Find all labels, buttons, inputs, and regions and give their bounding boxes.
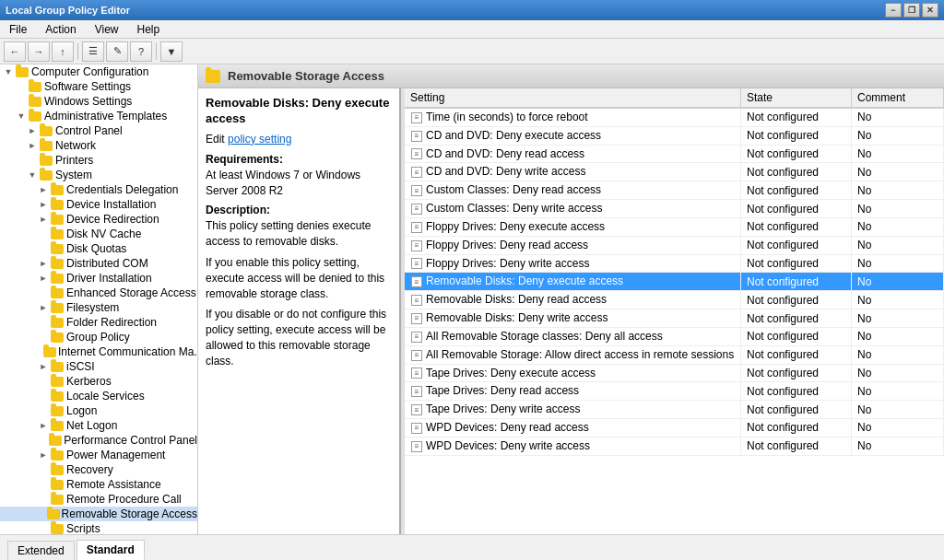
policy-setting-icon: ≡ (410, 312, 423, 325)
tree-item-disk-nv-cache[interactable]: ▶ Disk NV Cache (0, 227, 197, 241)
policy-state-cell: Not configured (741, 236, 852, 254)
table-row[interactable]: ≡Floppy Drives: Deny execute accessNot c… (405, 217, 944, 236)
filter-button[interactable]: ▼ (160, 41, 183, 62)
tree-item-locale-services[interactable]: ▶ Locale Services (0, 389, 197, 403)
tree-item-device-redirection[interactable]: ► Device Redirection (0, 212, 197, 227)
tree-item-distributed-com[interactable]: ► Distributed COM (0, 256, 197, 271)
forward-button[interactable]: → (28, 41, 50, 62)
tree-item-net-logon[interactable]: ► Net Logon (0, 418, 197, 433)
folder-icon-disk-nv-cache (50, 228, 65, 240)
close-button[interactable]: ✕ (922, 3, 938, 18)
col-state[interactable]: State (741, 88, 852, 108)
tree-item-performance-control-panel[interactable]: ▶ Performance Control Panel (0, 433, 197, 448)
minimize-button[interactable]: − (885, 3, 902, 18)
table-row[interactable]: ≡Removable Disks: Deny read accessNot co… (405, 291, 944, 309)
tree-item-enhanced-storage-access[interactable]: ▶ Enhanced Storage Access (0, 286, 197, 300)
tree-item-recovery[interactable]: ▶ Recovery (0, 462, 197, 477)
desc-if-enabled-section: If you enable this policy setting, execu… (206, 255, 392, 301)
tree-item-filesystem[interactable]: ► Filesystem (0, 300, 197, 315)
table-row[interactable]: ≡CD and DVD: Deny write accessNot config… (405, 163, 944, 181)
tree-item-driver-installation[interactable]: ► Driver Installation (0, 271, 197, 286)
label-folder-redirection: Folder Redirection (66, 316, 157, 329)
policy-name-cell: ≡Custom Classes: Deny read access (405, 181, 741, 200)
tab-standard[interactable]: Standard (77, 540, 145, 560)
properties-button[interactable]: ✎ (106, 41, 128, 62)
tree-item-folder-redirection[interactable]: ▶ Folder Redirection (0, 315, 197, 330)
tree-item-logon[interactable]: ▶ Logon (0, 403, 197, 418)
tree-item-removable-storage-access[interactable]: ▶ Removable Storage Access (0, 507, 197, 521)
tree-item-device-installation[interactable]: ► Device Installation (0, 197, 197, 212)
back-button[interactable]: ← (4, 41, 26, 62)
col-comment[interactable]: Comment (852, 88, 944, 108)
tree-item-system[interactable]: ▼ System (0, 168, 197, 182)
label-system: System (55, 169, 92, 181)
table-row[interactable]: ≡Removable Disks: Deny write accessNot c… (405, 309, 944, 328)
table-row[interactable]: ≡Custom Classes: Deny read accessNot con… (405, 181, 944, 200)
arrow-locale-services: ▶ (37, 390, 50, 402)
table-row[interactable]: ≡Tape Drives: Deny execute accessNot con… (405, 364, 944, 382)
policy-name-cell: ≡CD and DVD: Deny execute access (405, 126, 741, 145)
tree-item-disk-quotas[interactable]: ▶ Disk Quotas (0, 241, 197, 256)
desc-if-disabled-text: If you disable or do not configure this … (206, 307, 392, 368)
table-row[interactable]: ≡CD and DVD: Deny execute accessNot conf… (405, 126, 944, 145)
tab-extended[interactable]: Extended (7, 541, 75, 560)
table-row[interactable]: ≡Time (in seconds) to force rebootNot co… (405, 108, 944, 126)
menu-file[interactable]: File (4, 21, 32, 38)
table-row[interactable]: ≡Floppy Drives: Deny write accessNot con… (405, 254, 944, 273)
menu-action[interactable]: Action (40, 21, 81, 38)
desc-edit-link[interactable]: policy setting (228, 133, 291, 146)
table-row[interactable]: ≡WPD Devices: Deny write accessNot confi… (405, 437, 944, 455)
tree-item-network[interactable]: ► Network (0, 138, 197, 153)
tree-item-iscsi[interactable]: ► iSCSI (0, 359, 197, 374)
menu-view[interactable]: View (89, 21, 124, 38)
table-row[interactable]: ≡All Removable Storage classes: Deny all… (405, 327, 944, 345)
tree-item-windows-settings[interactable]: ▶ Windows Settings (0, 94, 197, 109)
arrow-iscsi: ► (37, 360, 50, 373)
tree-item-scripts[interactable]: ▶ Scripts (0, 521, 197, 534)
arrow-disk-quotas: ▶ (37, 242, 50, 255)
tree-item-internet-comm[interactable]: ▶ Internet Communication Ma... (0, 344, 197, 359)
arrow-recovery: ▶ (37, 463, 50, 476)
tree-item-computer-configuration[interactable]: ▼ Computer Configuration (0, 64, 197, 79)
table-row[interactable]: ≡Tape Drives: Deny read accessNot config… (405, 382, 944, 401)
tree-item-printers[interactable]: ▶ Printers (0, 153, 197, 168)
table-row[interactable]: ≡Removable Disks: Deny execute accessNot… (405, 273, 944, 291)
label-disk-quotas: Disk Quotas (66, 242, 126, 255)
policy-state-cell: Not configured (741, 327, 852, 345)
label-power-management: Power Management (66, 449, 165, 461)
label-windows-settings: Windows Settings (44, 95, 132, 108)
tree-item-admin-templates[interactable]: ▼ Administrative Templates (0, 109, 197, 123)
up-button[interactable]: ↑ (52, 41, 74, 62)
tree-item-remote-procedure-call[interactable]: ▶ Remote Procedure Call (0, 492, 197, 507)
label-performance-control-panel: Performance Control Panel (64, 434, 197, 447)
show-hide-button[interactable]: ☰ (82, 41, 104, 62)
folder-icon-remote-assistance (50, 478, 65, 491)
policy-name-cell: ≡CD and DVD: Deny write access (405, 163, 741, 181)
policy-comment-cell: No (852, 236, 944, 254)
table-row[interactable]: ≡Floppy Drives: Deny read accessNot conf… (405, 236, 944, 254)
folder-icon-network (39, 139, 53, 152)
policy-comment-cell: No (852, 163, 944, 181)
table-row[interactable]: ≡CD and DVD: Deny read accessNot configu… (405, 145, 944, 163)
table-row[interactable]: ≡WPD Devices: Deny read accessNot config… (405, 419, 944, 438)
policy-setting-icon: ≡ (410, 294, 423, 307)
restore-button[interactable]: ❐ (903, 3, 920, 18)
arrow-system: ▼ (26, 169, 39, 181)
tree-item-control-panel[interactable]: ► Control Panel (0, 123, 197, 138)
policy-table-area[interactable]: Setting State Comment ≡Time (in seconds)… (405, 88, 944, 534)
tree-item-power-management[interactable]: ► Power Management (0, 448, 197, 462)
tree-item-group-policy[interactable]: ▶ Group Policy (0, 330, 197, 344)
table-row[interactable]: ≡Tape Drives: Deny write accessNot confi… (405, 401, 944, 419)
tree-item-credentials-delegation[interactable]: ► Credentials Delegation (0, 182, 197, 197)
tree-item-software-settings[interactable]: ▶ Software Settings (0, 79, 197, 94)
col-setting[interactable]: Setting (405, 88, 741, 108)
tree-item-remote-assistance[interactable]: ▶ Remote Assistance (0, 477, 197, 492)
menu-help[interactable]: Help (132, 21, 166, 38)
table-row[interactable]: ≡Custom Classes: Deny write accessNot co… (405, 200, 944, 218)
help-button[interactable]: ? (130, 41, 152, 62)
table-row[interactable]: ≡All Removable Storage: Allow direct acc… (405, 345, 944, 364)
tree-item-kerberos[interactable]: ▶ Kerberos (0, 374, 197, 389)
arrow-admin-templates: ▼ (15, 110, 28, 122)
policy-state-cell: Not configured (741, 401, 852, 419)
tree-scroll[interactable]: ▼ Computer Configuration ▶ Software Sett… (0, 64, 197, 534)
